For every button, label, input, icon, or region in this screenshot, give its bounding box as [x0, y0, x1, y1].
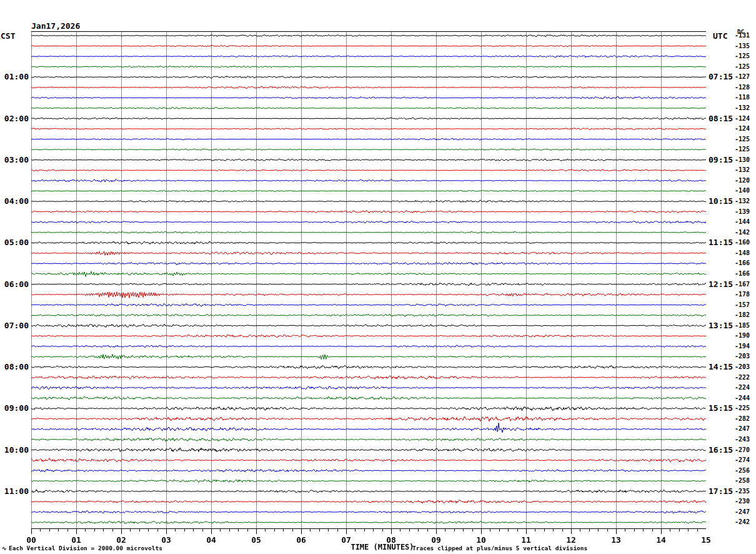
dc-value: -167 [735, 281, 750, 288]
seismogram-plot-area [31, 31, 706, 539]
utc-hour-label: 08:15 [709, 114, 733, 124]
dc-value: -131 [735, 32, 750, 39]
x-tick-label: 02 [110, 535, 132, 545]
cst-hour-label: 04:00 [0, 196, 29, 206]
dc-value: -125 [735, 146, 750, 153]
dc-value: -139 [735, 208, 750, 216]
cst-hour-label: 10:00 [0, 445, 29, 455]
footer-scale-note: Each Vertical Division = 2000.00 microvo… [9, 545, 162, 551]
dc-value: -166 [735, 270, 750, 278]
dc-value: -130 [735, 156, 750, 164]
x-tick-label: 12 [560, 535, 582, 545]
dc-value: -244 [735, 395, 750, 402]
dc-value: -124 [735, 125, 750, 133]
x-tick-label: 06 [290, 535, 312, 545]
dc-value: -224 [735, 384, 750, 391]
dc-value: -157 [735, 301, 750, 309]
dc-value: -120 [735, 177, 750, 184]
dc-value: -247 [735, 425, 750, 433]
dc-value: -203 [735, 363, 750, 371]
cst-hour-label: 05:00 [0, 238, 29, 248]
x-tick-label: 15 [695, 535, 717, 545]
title-date: Jan17,2026 [31, 21, 100, 31]
cst-hour-label: 08:00 [0, 362, 29, 372]
dc-value: -235 [735, 488, 750, 495]
x-tick-label: 01 [65, 535, 87, 545]
dc-value: -132 [735, 198, 750, 205]
utc-hour-label: 16:15 [709, 445, 733, 455]
utc-hour-label: 11:15 [709, 238, 733, 248]
dc-value: -160 [735, 239, 750, 246]
dc-value: -222 [735, 374, 750, 381]
dc-value: -243 [735, 436, 750, 443]
utc-hour-label: 15:15 [709, 403, 733, 413]
dc-value: -230 [735, 498, 750, 505]
dc-value: -258 [735, 477, 750, 485]
dc-value: -125 [735, 136, 750, 143]
cst-axis-header: CST [1, 31, 15, 41]
cst-hour-label: 07:00 [0, 321, 29, 331]
x-tick-label: 14 [650, 535, 672, 545]
dc-value: -140 [735, 187, 750, 194]
dc-value: -203 [735, 353, 750, 360]
dc-value: -132 [735, 104, 750, 112]
dc-value: -125 [735, 53, 750, 60]
cst-hour-label: 09:00 [0, 403, 29, 413]
dc-value: -270 [735, 446, 750, 454]
dc-value: -142 [735, 229, 750, 236]
footer-clip-note: Traces clipped at plus/minus 5 vertical … [412, 545, 587, 551]
x-tick-label: 04 [200, 535, 222, 545]
utc-hour-label: 10:15 [709, 196, 733, 206]
x-axis-title: TIME (MINUTES) [351, 543, 414, 551]
utc-axis-header: UTC [713, 31, 727, 41]
dc-value: -274 [735, 456, 750, 464]
dc-value: -185 [735, 322, 750, 330]
cst-hour-label: 02:00 [0, 114, 29, 124]
dc-value: -178 [735, 291, 750, 298]
dc-value: -225 [735, 405, 750, 412]
cst-hour-label: 06:00 [0, 280, 29, 290]
dc-value: -128 [735, 84, 750, 91]
utc-hour-label: 17:15 [709, 486, 733, 496]
dc-value: -124 [735, 115, 750, 123]
dc-value: -148 [735, 249, 750, 257]
dc-value: -144 [735, 218, 750, 226]
utc-hour-label: 14:15 [709, 362, 733, 372]
dc-value: -242 [735, 518, 750, 526]
dc-value: -282 [735, 415, 750, 423]
dc-value: -135 [735, 43, 750, 50]
dc-value: -118 [735, 94, 750, 101]
dc-value: -182 [735, 311, 750, 319]
logo-squiggle-icon: ∿ [2, 545, 7, 551]
x-tick-label: 05 [245, 535, 267, 545]
dc-value: -125 [735, 63, 750, 71]
x-tick-label: 00 [20, 535, 42, 545]
utc-hour-label: 09:15 [709, 155, 733, 165]
dc-value: -132 [735, 166, 750, 174]
utc-hour-label: 12:15 [709, 280, 733, 290]
cst-hour-label: 03:00 [0, 155, 29, 165]
dc-value: -166 [735, 259, 750, 267]
x-tick-label: 09 [425, 535, 447, 545]
x-tick-label: 03 [155, 535, 177, 545]
dc-value: -194 [735, 343, 750, 350]
x-tick-label: 11 [515, 535, 537, 545]
dc-value: -247 [735, 508, 750, 516]
dc-value: -190 [735, 332, 750, 340]
utc-hour-label: 13:15 [709, 321, 733, 331]
dc-value: -256 [735, 467, 750, 475]
cst-hour-label: 01:00 [0, 72, 29, 82]
cst-hour-label: 11:00 [0, 486, 29, 496]
helicorder-page: Jan17,2026 GNAR HHZ NM 00 (Gosnell, AR) … [0, 0, 756, 554]
x-tick-label: 10 [470, 535, 492, 545]
seismogram-traces-canvas [31, 31, 706, 539]
x-tick-label: 13 [605, 535, 627, 545]
dc-value: -127 [735, 73, 750, 81]
utc-hour-label: 07:15 [709, 72, 733, 82]
